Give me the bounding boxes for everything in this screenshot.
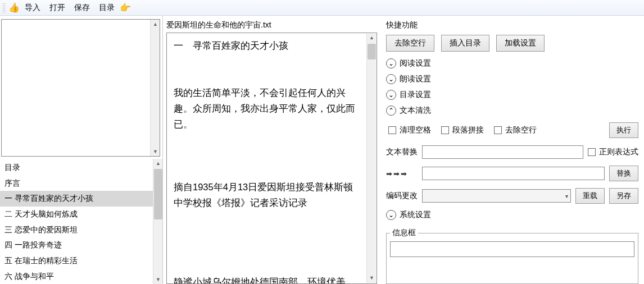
right-column: 快捷功能 去除空行 插入目录 加载设置 ⌄ 阅读设置 ⌄ 朗读设置 ⌄ 目录设置… [379,16,644,284]
speak-settings-expander[interactable]: ⌄ 朗读设置 [386,73,638,85]
file-title: 爱因斯坦的生命和他的宇宙.txt [166,19,377,33]
text-editor[interactable]: 一 寻常百姓家的天才小孩 我的生活简单平淡，不会引起任何人的兴趣。众所周知，我亦… [166,33,377,284]
main-toolbar: 👍 导入 打开 保存 目录 👉 [0,0,644,16]
toc-item[interactable]: 二 天才头脑如何炼成 [0,207,153,222]
left-top-scrollbar[interactable]: ▲ ▼ [150,20,160,156]
toc-item[interactable]: 序言 [0,176,153,191]
scroll-up-arrow[interactable]: ▲ [151,20,160,29]
checkbox-label: 清理空格 [400,125,431,135]
quick-title: 快捷功能 [386,19,638,31]
toc-container: 目录 序言 一 寻常百姓家的天才小孩 二 天才头脑如何炼成 三 恋爱中的爱因斯坦… [0,159,162,284]
info-box: 信息框 [386,228,638,284]
toc-item[interactable]: 一 寻常百姓家的天才小孩 [0,191,153,207]
checkbox-label: 去除空行 [505,125,537,135]
replace-button[interactable]: 替换 [609,166,638,181]
checkbox-label: 正则表达式 [599,147,638,157]
info-textarea[interactable] [390,241,634,257]
toc-item[interactable]: 六 战争与和平 [0,269,153,284]
encoding-label: 编码更改 [386,191,418,201]
catalog-button[interactable]: 目录 [96,2,118,14]
chevron-up-icon: ⌃ [386,106,396,116]
expander-label: 阅读设置 [400,58,431,68]
chevron-down-icon: ⌄ [386,74,396,84]
info-box-title: 信息框 [390,228,418,238]
scroll-down-arrow[interactable]: ▼ [151,147,160,156]
regex-checkbox[interactable]: 正则表达式 [588,147,638,157]
toc-list: 目录 序言 一 寻常百姓家的天才小孩 二 天才头脑如何炼成 三 恋爱中的爱因斯坦… [0,159,153,284]
toc-settings-expander[interactable]: ⌄ 目录设置 [386,89,638,101]
toc-item[interactable]: 目录 [0,160,153,176]
replace-label: 文本替换 [386,147,418,157]
expander-label: 朗读设置 [400,74,431,84]
merge-para-checkbox[interactable]: 段落拼接 [441,125,484,135]
scroll-up-arrow[interactable]: ▲ [154,159,162,168]
clear-spaces-checkbox[interactable]: 清理空格 [388,125,431,135]
text-clean-expander[interactable]: ⌃ 文本清洗 [386,104,638,117]
toc-scrollbar[interactable]: ▲ ▼ [153,159,162,284]
encoding-row: 编码更改 ▾ 重载 另存 [386,186,638,205]
chevron-down-icon: ⌄ [386,90,396,100]
center-column: 爱因斯坦的生命和他的宇宙.txt 一 寻常百姓家的天才小孩 我的生活简单平淡，不… [163,16,379,284]
left-top-panel: ▲ ▼ [1,19,160,157]
scroll-down-arrow[interactable]: ▼ [154,275,162,284]
text-content[interactable]: 一 寻常百姓家的天才小孩 我的生活简单平淡，不会引起任何人的兴趣。众所周知，我亦… [174,38,360,284]
encoding-select[interactable]: ▾ [422,189,571,203]
remove-blank-button[interactable]: 去除空行 [386,35,434,52]
scroll-down-arrow[interactable]: ▼ [368,274,376,283]
arrows-icon: ➡➡➡ [386,170,418,178]
execute-button[interactable]: 执行 [609,122,638,138]
open-button[interactable]: 打开 [46,2,69,14]
reload-button[interactable]: 重载 [575,188,605,204]
checkbox-icon [494,126,502,134]
expander-label: 目录设置 [400,90,431,100]
insert-toc-button[interactable]: 插入目录 [441,35,489,52]
system-settings-expander[interactable]: ⌄ 系统设置 [386,209,638,221]
toc-item[interactable]: 五 在瑞士的精彩生活 [0,253,153,269]
replace-find-row: 文本替换 正则表达式 [386,144,638,161]
checkbox-icon [588,148,596,156]
toc-item[interactable]: 三 恋爱中的爱因斯坦 [0,222,153,238]
scroll-thumb[interactable] [154,169,162,219]
chevron-down-icon: ▾ [565,193,568,199]
expander-label: 文本清洗 [400,106,431,116]
main-area: ▲ ▼ 目录 序言 一 寻常百姓家的天才小孩 二 天才头脑如何炼成 三 恋爱中的… [0,16,644,284]
checkbox-icon [441,126,449,134]
save-as-button[interactable]: 另存 [609,188,638,204]
clean-options-row: 清理空格 段落拼接 去除空行 执行 [386,120,638,140]
replace-input[interactable] [422,167,605,180]
chevron-down-icon: ⌄ [386,210,396,220]
read-settings-expander[interactable]: ⌄ 阅读设置 [386,57,638,70]
replace-with-row: ➡➡➡ 替换 [386,164,638,183]
toc-item[interactable]: 四 一路投奔奇迹 [0,237,153,253]
chevron-down-icon: ⌄ [386,58,396,68]
expander-label: 系统设置 [400,210,431,220]
toolbar-grip[interactable] [2,3,6,13]
scroll-up-arrow[interactable]: ▲ [368,34,376,43]
thumb-up-icon[interactable]: 👍 [9,3,19,13]
checkbox-icon [388,126,396,134]
thumb-right-icon[interactable]: 👉 [120,3,130,13]
scroll-thumb[interactable] [368,44,376,59]
quick-buttons: 去除空行 插入目录 加载设置 [386,35,638,52]
text-scrollbar[interactable]: ▲ ▼ [366,34,376,283]
remove-blank-checkbox[interactable]: 去除空行 [494,125,537,135]
load-settings-button[interactable]: 加载设置 [496,35,545,52]
find-input[interactable] [422,145,583,159]
checkbox-label: 段落拼接 [452,125,484,135]
left-column: ▲ ▼ 目录 序言 一 寻常百姓家的天才小孩 二 天才头脑如何炼成 三 恋爱中的… [0,16,163,284]
save-button[interactable]: 保存 [71,2,93,14]
import-button[interactable]: 导入 [21,2,44,14]
